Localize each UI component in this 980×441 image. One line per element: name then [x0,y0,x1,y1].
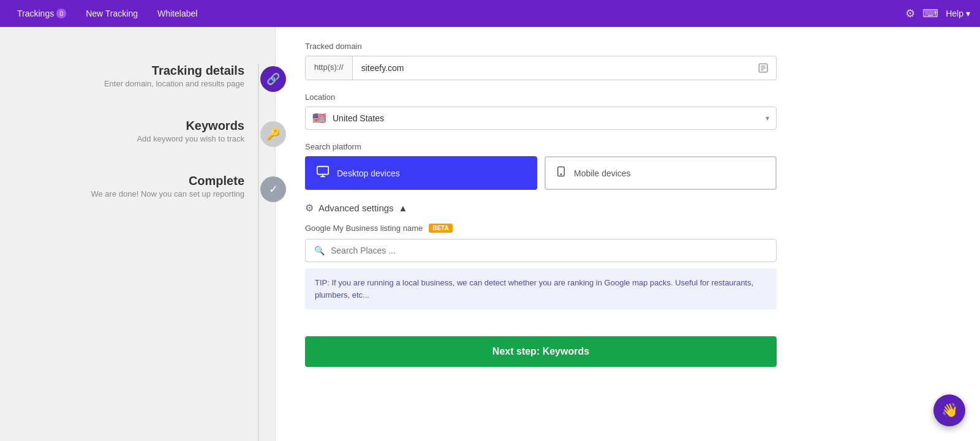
advanced-settings-section: ⚙ Advanced settings ▲ Google My Business… [305,202,951,309]
nav-new-tracking[interactable]: New Tracking [78,5,145,22]
step-1-circle: 🔗 [260,66,286,92]
next-step-label: Next step: Keywords [492,346,589,356]
search-platform-label: Search platform [305,142,951,151]
chevron-down-icon: ▾ [966,9,970,18]
gear-icon: ⚙ [305,202,314,214]
domain-input[interactable] [353,56,750,80]
step-1-title: Tracking details [152,64,244,78]
tip-box: TIP: If you are running a local business… [305,268,777,309]
link-icon: 🔗 [266,72,280,86]
location-select[interactable]: United States [305,107,777,130]
search-platform-section: Search platform Desktop devices [305,142,951,190]
tracked-domain-label: Tracked domain [305,42,951,51]
desktop-icon [316,165,330,181]
desktop-platform-button[interactable]: Desktop devices [305,156,537,190]
content-area: Tracked domain http(s):// Location 🇺🇸 [276,27,980,441]
search-icon: 🔍 [314,246,325,255]
nav-whitelabel[interactable]: Whitelabel [150,5,205,22]
trackings-count: 0 [56,9,66,18]
desktop-label: Desktop devices [337,168,400,178]
chat-icon: 👋 [941,402,958,418]
nav-right: ⚙ ⌨ Help ▾ [905,7,970,20]
main-layout: Tracking details Enter domain, location … [0,27,980,441]
chevron-up-icon: ▲ [399,203,408,213]
us-flag-icon: 🇺🇸 [312,111,326,125]
trackings-label: Trackings [17,9,54,18]
mobile-label: Mobile devices [574,168,631,178]
help-menu[interactable]: Help ▾ [946,9,970,18]
step-1-subtitle: Enter domain, location and results page [104,79,244,88]
settings-icon[interactable]: ⚙ [905,7,915,20]
platform-row: Desktop devices Mobile devices [305,156,777,190]
step-2-subtitle: Add keyword you wish to track [137,134,244,143]
svg-rect-4 [317,167,328,175]
next-step-button[interactable]: Next step: Keywords [305,336,777,367]
gmb-label: Google My Business listing name [305,224,423,233]
sidebar: Tracking details Enter domain, location … [0,27,276,441]
search-places-input[interactable] [331,246,767,255]
location-select-wrapper: 🇺🇸 United States ▾ [305,107,777,130]
tracked-domain-section: Tracked domain http(s):// [305,42,951,80]
svg-point-8 [560,174,562,175]
step-3-title: Complete [189,174,244,188]
step-tracking-details: Tracking details Enter domain, location … [104,64,244,88]
advanced-settings-label: Advanced settings [318,203,394,213]
advanced-settings-toggle[interactable]: ⚙ Advanced settings ▲ [305,202,951,214]
gmb-section: Google My Business listing name BETA 🔍 T… [305,224,951,309]
check-icon: ✓ [269,183,278,196]
gmb-label-row: Google My Business listing name BETA [305,224,951,233]
step-3-circle: ✓ [260,176,286,202]
chevron-down-icon: ▾ [766,114,769,123]
step-complete: Complete We are done! Now you can set up… [91,174,244,198]
mobile-icon [556,165,567,181]
domain-input-wrapper: http(s):// [305,56,777,80]
step-2-title: Keywords [186,119,244,133]
location-section: Location 🇺🇸 United States ▾ [305,92,951,130]
keyboard-icon[interactable]: ⌨ [922,7,938,20]
step-3-subtitle: We are done! Now you can set up reportin… [91,189,244,198]
tip-text: TIP: If you are running a local business… [315,278,753,300]
beta-badge: BETA [429,224,452,233]
location-label: Location [305,92,951,102]
step-2-circle: 🔑 [260,121,286,147]
chat-bubble-button[interactable]: 👋 [933,394,965,426]
document-icon [750,56,776,80]
top-nav: Trackings 0 New Tracking Whitelabel ⚙ ⌨ … [0,0,980,27]
step-keywords: Keywords Add keyword you wish to track 🔑 [137,119,244,143]
domain-prefix: http(s):// [306,56,353,80]
key-icon: 🔑 [266,127,280,141]
mobile-platform-button[interactable]: Mobile devices [545,156,777,190]
sidebar-steps: Tracking details Enter domain, location … [0,64,275,198]
nav-trackings[interactable]: Trackings 0 [10,5,74,22]
search-places-wrapper: 🔍 [305,239,777,262]
